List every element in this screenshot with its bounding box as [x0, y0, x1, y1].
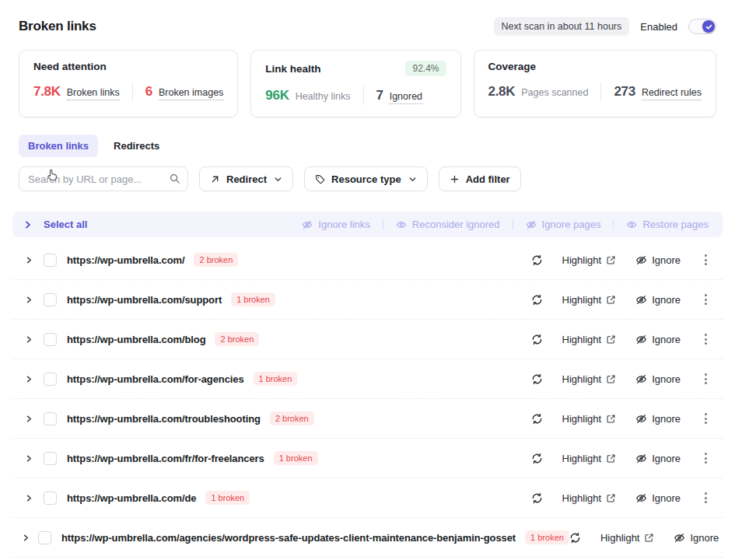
table-row: https://wp-umbrella.com/troubleshooting … — [12, 399, 723, 439]
tag-icon — [315, 174, 325, 184]
ignore-button[interactable]: Ignore — [635, 334, 681, 345]
row-menu-button[interactable] — [700, 251, 712, 268]
row-url: https://wp-umbrella.com/agencies/wordpre… — [61, 532, 516, 544]
ignore-pages-button[interactable]: Ignore pages — [523, 219, 604, 230]
ignore-button[interactable]: Ignore — [635, 294, 681, 306]
search-input[interactable] — [19, 166, 188, 191]
ignore-button[interactable]: Ignore — [635, 373, 681, 385]
row-menu-button[interactable] — [700, 410, 712, 427]
row-menu-button[interactable] — [700, 291, 712, 308]
stat-label[interactable]: Redirect rules — [642, 87, 702, 100]
table-row: https://wp-umbrella.com/for-agencies 1 b… — [12, 359, 723, 399]
stat-label: Healthy links — [296, 91, 351, 102]
ignore-button[interactable]: Ignore — [674, 532, 719, 544]
highlight-button[interactable]: Highlight — [600, 532, 655, 544]
ignore-links-button[interactable]: Ignore links — [299, 219, 373, 230]
highlight-label: Highlight — [562, 373, 602, 385]
recheck-button[interactable] — [531, 334, 543, 345]
ignore-label: Ignore — [652, 254, 681, 266]
broken-count-badge: 2 broken — [194, 253, 238, 267]
row-actions: Highlight Ignore — [531, 450, 718, 467]
stat-label[interactable]: Broken images — [159, 87, 223, 100]
ignore-button[interactable]: Ignore — [635, 492, 681, 504]
link-health-card: Link health 92.4% 96K Healthy links 7 Ig… — [250, 50, 460, 117]
ignore-button[interactable]: Ignore — [635, 413, 681, 425]
row-checkbox[interactable] — [38, 531, 51, 544]
row-expand-button[interactable] — [22, 530, 30, 544]
select-all-control[interactable]: Select all — [23, 219, 87, 230]
row-menu-button[interactable] — [700, 450, 712, 467]
refresh-icon — [531, 254, 543, 266]
chevron-right-icon — [25, 335, 33, 344]
tab-redirects[interactable]: Redirects — [104, 135, 169, 157]
eye-off-icon — [635, 413, 647, 425]
broken-count-badge: 1 broken — [231, 292, 275, 306]
highlight-button[interactable]: Highlight — [562, 373, 617, 385]
row-expand-button[interactable] — [22, 411, 36, 425]
external-link-icon — [606, 453, 616, 464]
highlight-button[interactable]: Highlight — [562, 453, 617, 464]
row-checkbox[interactable] — [44, 254, 57, 267]
row-checkbox[interactable] — [44, 452, 57, 465]
highlight-button[interactable]: Highlight — [562, 492, 617, 504]
add-filter-button[interactable]: Add filter — [439, 166, 521, 191]
tab-broken-links[interactable]: Broken links — [19, 135, 98, 157]
highlight-button[interactable]: Highlight — [562, 334, 617, 345]
row-expand-button[interactable] — [22, 332, 36, 346]
row-expand-button[interactable] — [22, 491, 36, 505]
highlight-button[interactable]: Highlight — [562, 254, 617, 266]
row-checkbox[interactable] — [44, 412, 57, 425]
recheck-button[interactable] — [531, 373, 543, 385]
chevron-down-icon — [408, 175, 417, 184]
stat-label[interactable]: Broken links — [67, 87, 120, 100]
stat-divider — [132, 82, 133, 101]
row-menu-button[interactable] — [700, 331, 712, 348]
row-expand-button[interactable] — [22, 451, 36, 465]
row-menu-button[interactable] — [700, 489, 712, 506]
topbar: Broken links Next scan in about 11 hours… — [12, 0, 723, 36]
recheck-button[interactable] — [531, 492, 543, 504]
stat-divider — [600, 82, 601, 101]
resource-type-filter-button[interactable]: Resource type — [304, 166, 428, 191]
stat-value: 6 — [145, 84, 152, 100]
recheck-button[interactable] — [531, 453, 543, 464]
highlight-button[interactable]: Highlight — [562, 294, 617, 306]
broken-links-stat: 7.8K Broken links — [33, 84, 120, 100]
row-expand-button[interactable] — [22, 292, 36, 306]
row-checkbox[interactable] — [44, 492, 57, 505]
chevron-right-icon — [23, 220, 33, 229]
view-tabs: Broken links Redirects — [19, 135, 716, 157]
ignore-label: Ignore — [652, 294, 681, 306]
eye-off-icon — [302, 219, 313, 230]
bulk-action-label: Ignore pages — [542, 219, 601, 230]
broken-count-badge: 1 broken — [525, 530, 569, 544]
toggle-check-icon — [702, 20, 715, 33]
row-checkbox[interactable] — [44, 333, 57, 346]
row-checkbox[interactable] — [44, 293, 57, 306]
restore-pages-button[interactable]: Restore pages — [623, 219, 712, 230]
ignore-label: Ignore — [652, 413, 681, 425]
ignore-button[interactable]: Ignore — [635, 453, 681, 464]
highlight-button[interactable]: Highlight — [562, 413, 617, 425]
eye-off-icon — [635, 334, 647, 345]
row-actions: Highlight Ignore — [569, 529, 735, 546]
topbar-right: Next scan in about 11 hours Enabled — [494, 17, 716, 36]
recheck-button[interactable] — [531, 254, 543, 266]
row-expand-button[interactable] — [22, 372, 36, 386]
stat-value: 96K — [265, 88, 289, 103]
stat-label[interactable]: Ignored — [390, 91, 422, 104]
recheck-button[interactable] — [531, 294, 543, 306]
scan-enabled-toggle[interactable] — [688, 19, 716, 34]
table-row: https://wp-umbrella.com/support 1 broken… — [12, 280, 723, 320]
recheck-button[interactable] — [569, 532, 581, 544]
row-checkbox[interactable] — [44, 373, 57, 386]
row-actions: Highlight Ignore — [531, 251, 718, 268]
redirect-filter-button[interactable]: Redirect — [199, 166, 293, 191]
reconsider-ignored-button[interactable]: Reconsider ignored — [393, 219, 503, 230]
chevron-right-icon — [22, 534, 30, 542]
recheck-button[interactable] — [531, 413, 543, 425]
chevron-right-icon — [25, 256, 33, 264]
row-menu-button[interactable] — [700, 370, 712, 387]
row-expand-button[interactable] — [22, 253, 36, 267]
ignore-button[interactable]: Ignore — [635, 254, 681, 266]
